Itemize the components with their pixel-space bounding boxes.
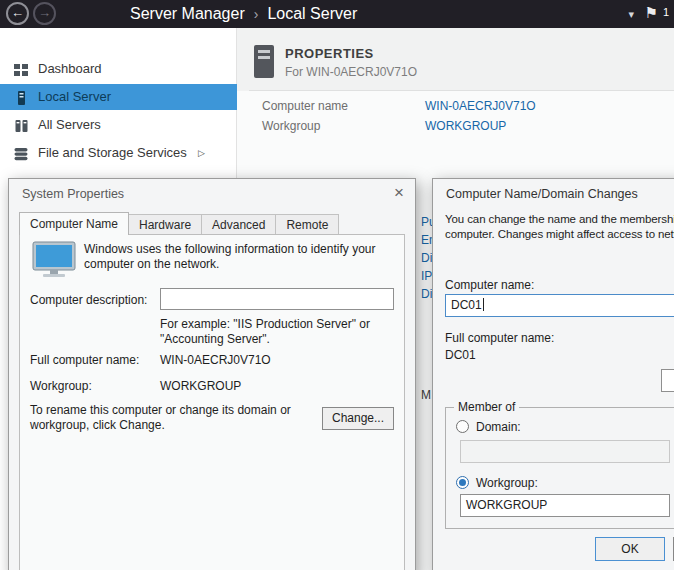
tab-computer-name[interactable]: Computer Name [19,212,129,235]
dashboard-icon [13,61,29,77]
close-icon[interactable]: × [394,183,404,203]
properties-tile-icon [252,44,276,83]
clipped-property-value: IP [421,269,432,283]
sidebar-item-label: File and Storage Services [38,140,187,166]
computer-name-input-value: DC01 [451,298,482,312]
computer-name-label: Computer name: [445,278,534,292]
forward-arrow-icon: → [38,5,51,20]
sidebar-item-label: Local Server [38,84,111,110]
breadcrumb-separator-icon: › [254,6,259,22]
sidebar-item-label: All Servers [38,112,101,138]
member-of-groupbox: Member of Domain: Workgroup: WORKGROUP [445,407,674,529]
dialog-intro-line1: You can change the name and the membersh… [445,213,674,225]
property-row: Computer nameWIN-0AECRJ0V71O [262,99,536,113]
back-arrow-icon: ← [11,5,24,20]
notifications-flag-icon[interactable]: ⚑ [645,4,658,22]
tab-strip: Computer Name Hardware Advanced Remote [19,212,339,235]
server-icon [13,89,29,105]
property-label: Computer name [262,99,425,113]
clipped-property-value: En [421,233,432,247]
domain-input-disabled [460,440,670,463]
sidebar-item-file-and-storage-services[interactable]: File and Storage Services ▷ [0,140,237,166]
chevron-down-icon[interactable]: ▾ [628,8,634,21]
workgroup-input-value: WORKGROUP [466,498,547,512]
dialog-title: Computer Name/Domain Changes [446,187,638,201]
expand-arrow-icon[interactable]: ▷ [198,140,205,166]
notification-count-badge: 1 [663,6,669,18]
sidebar-item-all-servers[interactable]: All Servers [0,112,237,138]
storage-disks-icon [13,145,29,161]
breadcrumb: Server Manager›Local Server [130,0,357,28]
description-example-text: For example: "IIS Production Server" or … [160,317,400,347]
breadcrumb-app-title[interactable]: Server Manager [130,5,245,22]
property-label: Workgroup [262,119,425,133]
property-value-link[interactable]: WORKGROUP [425,119,506,133]
breadcrumb-current-page: Local Server [267,5,357,22]
full-computer-name-label: Full computer name: [445,331,554,345]
back-button[interactable]: ← [6,2,29,25]
computer-name-domain-changes-dialog: Computer Name/Domain Changes You can cha… [432,178,674,570]
sidebar-item-local-server[interactable]: Local Server [0,84,237,110]
ok-button[interactable]: OK [595,537,665,561]
sidebar-item-label: Dashboard [38,56,102,82]
servers-icon [13,117,29,133]
clipped-text: M [421,388,432,402]
dialog-intro-line2: computer. Changes might affect access to… [445,228,674,240]
tab-advanced[interactable]: Advanced [201,214,276,235]
workgroup-input[interactable]: WORKGROUP [460,494,670,517]
domain-radio-label: Domain: [476,420,521,434]
rename-instructions-text: To rename this computer or change its do… [30,403,310,433]
properties-panel-subtitle: For WIN-0AECRJ0V71O [285,65,417,79]
clipped-property-value: Di [421,251,432,265]
system-properties-dialog: System Properties × Computer Name Hardwa… [8,178,416,570]
computer-description-input[interactable] [160,288,394,310]
dialog-title: System Properties [22,187,124,201]
text-cursor [483,298,484,311]
computer-monitor-icon [32,241,78,282]
workgroup-label: Workgroup: [30,379,92,393]
more-button-partial[interactable] [661,369,674,392]
change-button[interactable]: Change... [322,407,394,430]
sidebar-item-dashboard[interactable]: Dashboard [0,56,237,82]
radio-selected-dot [459,479,466,486]
full-computer-name-label: Full computer name: [30,353,139,367]
property-row: WorkgroupWORKGROUP [262,119,506,133]
workgroup-radio-row[interactable]: Workgroup: [456,476,538,490]
topbar: ← → Server Manager›Local Server ▾ ⚑ 1 [0,0,674,28]
member-of-label: Member of [454,400,519,414]
computer-description-label: Computer description: [30,293,147,307]
tab-hardware[interactable]: Hardware [128,214,202,235]
workgroup-radio-label: Workgroup: [476,476,538,490]
computer-name-tab-page: Windows uses the following information t… [19,234,405,570]
full-computer-name-value: DC01 [445,348,476,362]
domain-radio-row[interactable]: Domain: [456,420,521,434]
forward-button[interactable]: → [33,2,56,25]
identification-intro-text: Windows uses the following information t… [84,242,400,272]
server-manager-window: ← → Server Manager›Local Server ▾ ⚑ 1 Da… [0,0,674,570]
domain-radio-button[interactable] [456,420,469,433]
workgroup-radio-button[interactable] [456,476,469,489]
clipped-property-value: Di [421,287,432,301]
computer-name-input[interactable]: DC01 [445,294,674,317]
workgroup-value: WORKGROUP [160,379,241,393]
property-value-link[interactable]: WIN-0AECRJ0V71O [425,99,536,113]
tab-remote[interactable]: Remote [275,214,339,235]
clipped-property-value: Pu [421,215,432,229]
full-computer-name-value: WIN-0AECRJ0V71O [160,353,271,367]
properties-panel-title: PROPERTIES [285,46,374,61]
